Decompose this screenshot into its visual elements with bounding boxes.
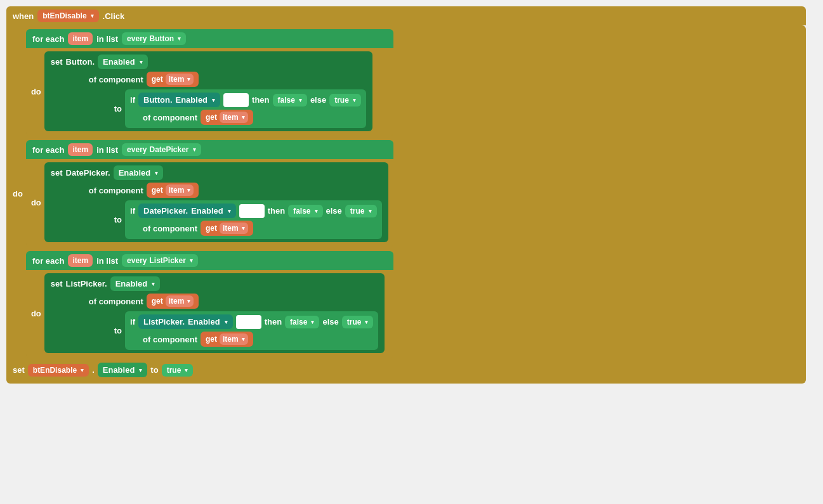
bottom-value-arrow[interactable]: ▾ [185, 367, 188, 373]
get-item-arrow-1b[interactable]: ▾ [242, 114, 245, 120]
condition-block-1[interactable]: Button. Enabled ▾ [138, 93, 220, 107]
else-label-2: else [326, 206, 342, 216]
false-arrow-2[interactable]: ▾ [315, 208, 318, 214]
false-arrow-1[interactable]: ▾ [299, 97, 302, 103]
false-block-1[interactable]: false ▾ [273, 94, 307, 107]
of-component-row-1: of component get item ▾ [51, 72, 366, 87]
item-badge-3[interactable]: item [68, 254, 93, 267]
bottom-prop-block[interactable]: Enabled ▾ [98, 363, 148, 377]
every-datepicker-arrow[interactable]: ▾ [193, 146, 196, 153]
condition-block-2[interactable]: DatePicker. Enabled ▾ [138, 204, 236, 218]
item-var-badge-1b[interactable]: item ▾ [220, 112, 248, 123]
cond-arrow-3[interactable]: ▾ [225, 319, 228, 325]
true-arrow-1[interactable]: ▾ [353, 97, 356, 103]
when-component-name: btEnDisable [43, 11, 86, 20]
enabled-arrow-3[interactable]: ▾ [152, 281, 155, 287]
do-set-row-2: do set DatePicker. Enabled ▾ [31, 162, 388, 242]
item-label-3: item [72, 256, 88, 265]
to-label-3: to [114, 326, 122, 335]
for-each-label-3: for each [32, 256, 65, 266]
enabled-badge-2[interactable]: Enabled ▾ [114, 165, 164, 180]
do-label-2: do [31, 198, 41, 207]
get-item-arrow-2[interactable]: ▾ [187, 187, 190, 193]
every-listpicker-block[interactable]: every ListPicker ▾ [122, 254, 198, 267]
item-var-badge-2[interactable]: item ▾ [166, 184, 194, 196]
for-each-label-2: for each [32, 145, 65, 155]
false-arrow-3[interactable]: ▾ [311, 319, 314, 325]
then-label-2: then [268, 206, 285, 216]
get-item-block-2b[interactable]: get item ▾ [201, 221, 253, 236]
cond-component-1: Button. [143, 95, 172, 105]
get-item-arrow-3b[interactable]: ▾ [242, 336, 245, 342]
for-each-button-body: do set Button. Enabled ▾ [26, 48, 393, 136]
get-item-block-3b[interactable]: get item ▾ [201, 332, 253, 347]
item-badge-2[interactable]: item [68, 143, 93, 156]
to-label-1: to [114, 104, 122, 113]
else-label-1: else [310, 95, 326, 105]
then-label-3: then [265, 317, 282, 326]
bottom-prop-arrow[interactable]: ▾ [139, 367, 142, 373]
if-label-1: if [130, 95, 135, 105]
item-var-badge-3b[interactable]: item ▾ [220, 333, 248, 345]
false-block-2[interactable]: false ▾ [288, 205, 322, 217]
bottom-component-block[interactable]: btEnDisable ▾ [28, 364, 89, 377]
enabled-arrow-1[interactable]: ▾ [140, 59, 143, 65]
in-list-label-3: in list [96, 256, 118, 266]
bottom-value-block[interactable]: true ▾ [162, 364, 194, 377]
condition-block-3[interactable]: ListPicker. Enabled ▾ [138, 314, 233, 329]
get-item-block-2[interactable]: get item ▾ [147, 183, 199, 198]
of-label-2b: of component [143, 224, 197, 233]
true-block-1[interactable]: true ▾ [329, 94, 361, 107]
when-bar: when btEnDisable ▾ .Click [6, 6, 806, 25]
every-listpicker-arrow[interactable]: ▾ [190, 257, 193, 264]
when-component-block[interactable]: btEnDisable ▾ [37, 10, 98, 22]
every-button-arrow[interactable]: ▾ [178, 36, 181, 42]
set-label-2: set [51, 168, 63, 178]
of-label-3b: of component [143, 335, 197, 344]
if-container-3: if ListPicker. Enabled ▾ then [125, 311, 378, 350]
get-item-arrow-3[interactable]: ▾ [187, 298, 190, 304]
for-each-listpicker-top: for each item in list every ListPicker ▾ [26, 251, 393, 270]
cond-arrow-1[interactable]: ▾ [212, 97, 215, 103]
bottom-component-arrow[interactable]: ▾ [81, 367, 84, 373]
bottom-set-row: set btEnDisable ▾ . Enabled ▾ to true ▾ [13, 363, 800, 377]
condition-empty-1 [223, 93, 249, 107]
item-var-badge-2b[interactable]: item ▾ [220, 223, 248, 234]
every-datepicker-block[interactable]: every DatePicker ▾ [122, 143, 201, 156]
get-item-block-1b[interactable]: get item ▾ [201, 110, 253, 125]
enabled-arrow-2[interactable]: ▾ [155, 170, 158, 176]
true-arrow-2[interactable]: ▾ [369, 208, 372, 214]
set-enabled-row-2: set DatePicker. Enabled ▾ [51, 165, 382, 180]
component-type-2: DatePicker [149, 145, 188, 154]
true-arrow-3[interactable]: ▾ [365, 319, 368, 325]
else-label-3: else [322, 317, 338, 326]
item-var-badge-1[interactable]: item ▾ [166, 74, 194, 85]
if-row-1: if Button. Enabled ▾ then [130, 93, 361, 107]
item-var-badge-3[interactable]: item ▾ [166, 295, 194, 307]
every-button-block[interactable]: every Button ▾ [122, 32, 186, 45]
false-block-3[interactable]: false ▾ [285, 316, 319, 328]
get-item-block-3[interactable]: get item ▾ [147, 294, 199, 309]
cond-prop-1: Enabled [176, 95, 208, 105]
get-item-arrow-1[interactable]: ▾ [187, 76, 190, 82]
cond-component-3: ListPicker. [143, 317, 185, 326]
condition-empty-3 [236, 315, 261, 329]
cond-arrow-2[interactable]: ▾ [228, 208, 231, 214]
get-item-block-1[interactable]: get item ▾ [147, 72, 199, 87]
of-label-3: of component [89, 297, 143, 306]
for-each-button-top: for each item in list every Button ▾ [26, 29, 393, 48]
true-block-3[interactable]: true ▾ [342, 316, 374, 328]
get-label-3: get [152, 297, 163, 306]
when-component-arrow[interactable]: ▾ [91, 13, 94, 19]
for-each-listpicker-body: do set ListPicker. Enabled ▾ [26, 270, 393, 358]
enabled-badge-1[interactable]: Enabled ▾ [98, 55, 148, 69]
component-type-3: ListPicker [149, 256, 185, 265]
get-item-arrow-2b[interactable]: ▾ [242, 225, 245, 231]
cond-component-2: DatePicker. [143, 206, 188, 216]
outer-container: do for each item in list every Button [6, 25, 806, 384]
true-block-2[interactable]: true ▾ [345, 205, 377, 217]
component-prop-2: DatePicker. [66, 168, 110, 178]
do-set-row-1: do set Button. Enabled ▾ [31, 51, 388, 131]
enabled-badge-3[interactable]: Enabled ▾ [110, 276, 161, 291]
item-badge-1[interactable]: item [68, 32, 93, 45]
